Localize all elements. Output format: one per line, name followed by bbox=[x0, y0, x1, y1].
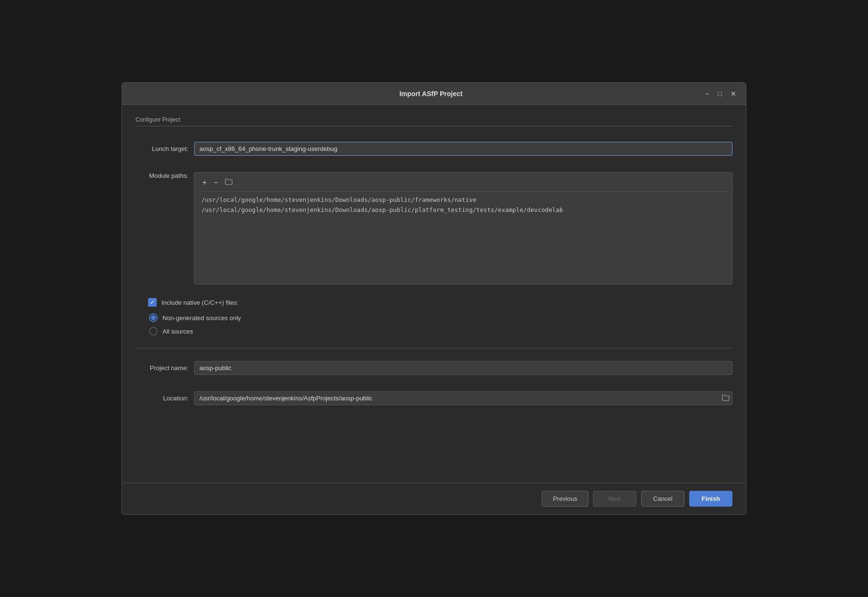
location-label: Location: bbox=[136, 395, 188, 402]
location-input-wrapper bbox=[194, 391, 732, 405]
browse-folder-button[interactable] bbox=[223, 177, 235, 187]
non-generated-radio[interactable] bbox=[149, 313, 158, 322]
module-paths-label: Module paths: bbox=[136, 172, 188, 285]
list-item: /usr/local/google/home/stevenjenkins/Dow… bbox=[198, 205, 729, 215]
module-paths-box: + − /usr/local/google/home/stevenjenkins… bbox=[194, 172, 732, 285]
checkmark-icon: ✓ bbox=[150, 299, 155, 305]
window-controls: − □ ✕ bbox=[703, 89, 738, 98]
module-paths-toolbar: + − bbox=[198, 175, 729, 192]
close-button[interactable]: ✕ bbox=[729, 89, 738, 98]
dialog-footer: Previous Next Cancel Finish bbox=[122, 483, 746, 514]
module-paths-section: Module paths: + − /usr/loca bbox=[136, 172, 732, 285]
include-native-label: Include native (C/C++) files: bbox=[161, 299, 238, 306]
module-paths-list: /usr/local/google/home/stevenjenkins/Dow… bbox=[198, 195, 729, 281]
divider bbox=[136, 348, 732, 348]
remove-path-button[interactable]: − bbox=[211, 177, 220, 187]
import-dialog: Import ASfP Project − □ ✕ Configure Proj… bbox=[122, 82, 746, 515]
project-name-input[interactable] bbox=[194, 361, 732, 375]
folder-browse-icon bbox=[722, 394, 730, 401]
cancel-button[interactable]: Cancel bbox=[641, 491, 684, 507]
lunch-target-input[interactable] bbox=[194, 142, 732, 156]
dialog-title: Import ASfP Project bbox=[159, 90, 703, 98]
module-paths-box-wrapper: + − /usr/local/google/home/stevenjenkins… bbox=[194, 172, 732, 285]
non-generated-radio-row[interactable]: Non-generated sources only bbox=[149, 313, 732, 322]
folder-icon bbox=[225, 178, 233, 185]
list-item: /usr/local/google/home/stevenjenkins/Dow… bbox=[198, 195, 729, 205]
lunch-target-label: Lunch target: bbox=[136, 145, 188, 152]
dialog-body: Configure Project Lunch target: Module p… bbox=[122, 105, 746, 483]
include-native-row: ✓ Include native (C/C++) files: bbox=[136, 298, 732, 307]
location-row: Location: bbox=[136, 391, 732, 405]
lunch-target-row: Lunch target: bbox=[136, 142, 732, 156]
section-label: Configure Project bbox=[136, 116, 732, 126]
minimize-button[interactable]: − bbox=[703, 89, 711, 98]
previous-button[interactable]: Previous bbox=[542, 491, 588, 507]
include-native-checkbox[interactable]: ✓ bbox=[148, 298, 157, 307]
radio-group: Non-generated sources only All sources bbox=[149, 313, 732, 336]
next-button[interactable]: Next bbox=[593, 491, 636, 507]
maximize-button[interactable]: □ bbox=[716, 89, 724, 98]
all-sources-radio[interactable] bbox=[149, 327, 158, 336]
title-bar: Import ASfP Project − □ ✕ bbox=[122, 83, 746, 105]
add-path-button[interactable]: + bbox=[200, 177, 209, 187]
include-native-section: ✓ Include native (C/C++) files: Non-gene… bbox=[136, 298, 732, 336]
location-input[interactable] bbox=[194, 391, 732, 405]
project-name-row: Project name: bbox=[136, 361, 732, 375]
project-name-label: Project name: bbox=[136, 364, 188, 372]
location-browse-button[interactable] bbox=[722, 394, 730, 402]
all-sources-radio-row[interactable]: All sources bbox=[149, 327, 732, 336]
all-sources-label: All sources bbox=[162, 328, 193, 335]
finish-button[interactable]: Finish bbox=[689, 491, 732, 507]
non-generated-label: Non-generated sources only bbox=[162, 314, 241, 322]
